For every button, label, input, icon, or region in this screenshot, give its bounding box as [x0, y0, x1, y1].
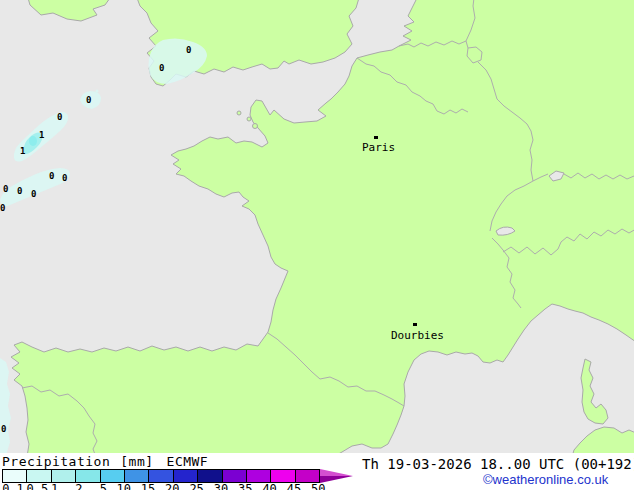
- colorbar-segment: [174, 470, 198, 482]
- channel-island: [253, 124, 258, 129]
- legend-title-model: ECMWF: [167, 454, 209, 469]
- precip-value-label: 0: [186, 45, 191, 55]
- colorbar-segment: [76, 470, 100, 482]
- precip-value-label: 0: [31, 189, 36, 199]
- city-marker-dourbies: [413, 323, 417, 326]
- scale-tick-label: 0.5: [26, 482, 48, 490]
- scale-tick-label: 10: [116, 482, 130, 490]
- colorbar-segment: [247, 470, 271, 482]
- map-area: ParisDourbies0000110000000: [0, 0, 634, 455]
- scale-tick-label: 30: [214, 482, 228, 490]
- scale-tick-label: 35: [238, 482, 252, 490]
- scale-tick-label: 25: [189, 482, 203, 490]
- precip-value-label: 0: [3, 184, 8, 194]
- channel-island: [247, 117, 251, 121]
- colorbar-segment: [101, 470, 125, 482]
- scale-tick-label: 2: [75, 482, 82, 490]
- precip-core-bright: [29, 136, 37, 146]
- precip-value-label: 1: [20, 146, 25, 156]
- city-label-dourbies: Dourbies: [391, 329, 444, 342]
- colorbar-segment: [3, 470, 27, 482]
- forecast-datetime: Th 19-03-2026 18..00 UTC (00+192): [362, 456, 634, 472]
- colorbar-segment: [223, 470, 247, 482]
- precip-value-label: 0: [159, 63, 164, 73]
- scale-tick-label: 50: [311, 482, 325, 490]
- copyright-link[interactable]: ©weatheronline.co.uk: [483, 472, 608, 487]
- colorbar-segment: [125, 470, 149, 482]
- legend-bar: Precipitation[mm]ECMWF 0.10.512510152025…: [0, 453, 634, 490]
- scale-tick-label: 5: [100, 482, 107, 490]
- precip-value-label: 0: [49, 171, 54, 181]
- precip-value-label: 0: [1, 424, 6, 434]
- precip-patch-dot: [96, 90, 99, 93]
- city-label-paris: Paris: [362, 141, 395, 154]
- colorbar-segment: [52, 470, 76, 482]
- colorbar-segment: [198, 470, 222, 482]
- colorbar-segment: [271, 470, 295, 482]
- precip-value-label: 1: [39, 130, 44, 140]
- scale-tick-label: 1: [51, 482, 58, 490]
- precipitation-colorbar: [2, 469, 320, 483]
- legend-title-units: [mm]: [120, 454, 153, 469]
- scale-tick-label: 20: [165, 482, 179, 490]
- channel-island: [237, 111, 241, 115]
- colorbar-overflow-arrow: [320, 469, 356, 483]
- precip-value-label: 0: [86, 95, 91, 105]
- precip-value-label: 0: [17, 186, 22, 196]
- legend-title: Precipitation[mm]ECMWF: [2, 454, 208, 469]
- precip-value-label: 0: [62, 173, 67, 183]
- colorbar-segment: [149, 470, 173, 482]
- precip-value-label: 0: [0, 203, 5, 213]
- scale-tick-label: 15: [141, 482, 155, 490]
- scale-tick-label: 45: [287, 482, 301, 490]
- weather-map-app: ParisDourbies0000110000000 Precipitation…: [0, 0, 634, 490]
- colorbar-segment: [296, 470, 319, 482]
- city-marker-paris: [374, 136, 378, 139]
- legend-title-parameter: Precipitation: [2, 454, 110, 470]
- scale-tick-label: 40: [262, 482, 276, 490]
- colorbar-segment: [27, 470, 51, 482]
- scale-tick-label: 0.1: [2, 482, 24, 490]
- precip-value-label: 0: [57, 112, 62, 122]
- france-precipitation-map: [0, 0, 634, 455]
